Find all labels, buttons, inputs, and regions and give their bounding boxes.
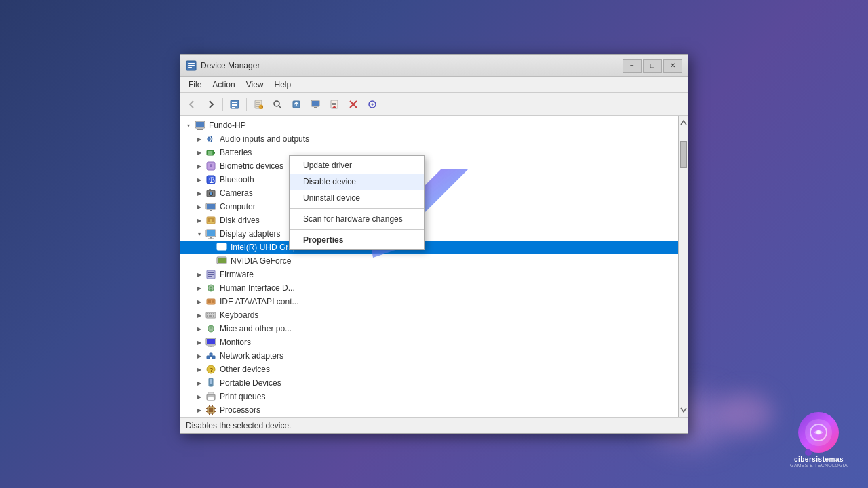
scan-button[interactable]: + — [363, 96, 381, 113]
tree-item-biometric[interactable]: ▶ Biometric devices — [180, 159, 678, 173]
tree-item-cameras[interactable]: ▶ Cameras — [180, 186, 678, 200]
expand-portable[interactable]: ▶ — [194, 378, 205, 388]
nvidia-icon — [216, 255, 228, 267]
tree-item-processors[interactable]: ▶ Processors — [180, 403, 678, 417]
expand-print[interactable]: ▶ — [194, 391, 205, 402]
tree-item-disk[interactable]: ▶ Disk drives — [180, 214, 678, 227]
svg-rect-24 — [332, 104, 336, 105]
svg-rect-64 — [208, 276, 212, 277]
monitors-label: Monitors — [220, 338, 251, 347]
expand-bluetooth[interactable]: ▶ — [194, 174, 205, 185]
svg-rect-104 — [209, 405, 210, 407]
tree-item-hid[interactable]: ▶ Human Interface D... — [180, 281, 678, 295]
display-icon — [205, 228, 217, 240]
ctx-uninstall-device[interactable]: Uninstall device — [290, 190, 424, 206]
ide-label: IDE ATA/ATAPI cont... — [220, 297, 298, 306]
tree-item-root[interactable]: ▾ Fundo-HP — [180, 119, 678, 132]
svg-rect-23 — [332, 103, 336, 104]
svg-rect-37 — [208, 151, 212, 155]
uninstall-button[interactable] — [344, 96, 362, 113]
tree-item-network[interactable]: ▶ Network adapters — [180, 349, 678, 363]
menu-file[interactable]: File — [183, 79, 207, 91]
expand-batteries[interactable]: ▶ — [194, 147, 205, 158]
svg-point-52 — [210, 219, 212, 222]
tree-item-mice[interactable]: ▶ Mice and other po... — [180, 322, 678, 336]
expand-processors[interactable]: ▶ — [194, 405, 205, 415]
battery-icon — [205, 146, 217, 159]
tree-item-bluetooth[interactable]: ▶ ℬ Bluetooth — [180, 173, 678, 186]
tree-item-intel[interactable]: Intel(R) UHD Graphics — [180, 241, 678, 254]
expand-hid[interactable]: ▶ — [194, 283, 205, 293]
expand-cameras[interactable]: ▶ — [194, 188, 205, 199]
processors-label: Processors — [220, 405, 260, 415]
svg-rect-34 — [208, 137, 210, 141]
display-label: Display adapters — [220, 229, 280, 239]
svg-rect-2 — [188, 65, 195, 66]
audio-label: Audio inputs and outputs — [220, 134, 309, 144]
audio-icon — [205, 133, 217, 145]
update-button[interactable] — [288, 96, 305, 113]
expand-network[interactable]: ▶ — [194, 350, 205, 361]
expand-firmware[interactable]: ▶ — [194, 269, 205, 280]
forward-button[interactable] — [202, 96, 220, 113]
expand-display[interactable]: ▾ — [194, 228, 205, 239]
ctx-disable-device[interactable]: Disable device — [290, 174, 424, 190]
tree-item-ide[interactable]: ▶ IDE ATA/ATAPI cont... — [180, 295, 678, 308]
monitor-button[interactable] — [307, 96, 324, 113]
status-text: Disables the selected device. — [186, 421, 291, 430]
ctx-properties[interactable]: Properties — [290, 232, 424, 248]
menu-help[interactable]: Help — [269, 79, 297, 91]
tree-item-display[interactable]: ▾ Display adapters — [180, 227, 678, 241]
ctx-update-driver[interactable]: Update driver — [290, 157, 424, 174]
expand-monitors[interactable]: ▶ — [194, 337, 205, 348]
menu-action[interactable]: Action — [207, 79, 240, 91]
svg-text:+: + — [371, 102, 374, 108]
svg-rect-48 — [210, 210, 212, 211]
tree-item-portable[interactable]: ▶ Portable Devices — [180, 376, 678, 390]
properties-button[interactable]: ⚙ — [250, 96, 267, 113]
tree-item-print[interactable]: ▶ Print queues — [180, 390, 678, 403]
device-tree[interactable]: ▾ Fundo-HP ▶ — [180, 116, 678, 417]
view-button[interactable] — [226, 96, 243, 113]
expand-root[interactable]: ▾ — [183, 120, 194, 131]
svg-rect-60 — [218, 258, 226, 263]
expand-ide[interactable]: ▶ — [194, 296, 205, 307]
cameras-label: Cameras — [220, 188, 253, 198]
tree-item-firmware[interactable]: ▶ Firmware — [180, 268, 678, 281]
monitors-icon — [205, 336, 217, 348]
svg-rect-106 — [209, 413, 210, 415]
expand-audio[interactable]: ▶ — [194, 134, 205, 144]
tree-item-keyboards[interactable]: ▶ Keyboards — [180, 308, 678, 322]
svg-rect-47 — [207, 204, 215, 209]
tree-item-other[interactable]: ▶ ? Other devices — [180, 363, 678, 376]
scrollbar-thumb[interactable] — [680, 141, 687, 168]
driver-button[interactable] — [326, 96, 343, 113]
svg-rect-54 — [207, 230, 215, 236]
scrollbar[interactable] — [678, 116, 688, 417]
ctx-scan-changes[interactable]: Scan for hardware changes — [290, 211, 424, 227]
expand-other[interactable]: ▶ — [194, 364, 205, 375]
processor-icon — [205, 404, 217, 416]
expand-disk[interactable]: ▶ — [194, 215, 205, 226]
cibersistemas-logo: cibersistemas GAMES E TECNOLOGIA — [790, 412, 848, 468]
back-button[interactable] — [183, 96, 201, 113]
search-button[interactable] — [269, 96, 286, 113]
expand-computer[interactable]: ▶ — [194, 201, 205, 212]
tree-item-batteries[interactable]: ▶ Batteries — [180, 146, 678, 159]
svg-point-39 — [210, 164, 212, 167]
hid-label: Human Interface D... — [220, 283, 295, 293]
minimize-button[interactable]: − — [623, 59, 642, 73]
maximize-button[interactable]: □ — [643, 59, 662, 73]
expand-biometric[interactable]: ▶ — [194, 161, 205, 171]
tree-item-audio[interactable]: ▶ Audio inputs and outputs — [180, 132, 678, 146]
tree-item-computer[interactable]: ▶ Computer — [180, 200, 678, 214]
menu-view[interactable]: View — [241, 79, 269, 91]
biometric-label: Biometric devices — [220, 161, 283, 171]
batteries-label: Batteries — [220, 148, 252, 157]
svg-text:⚙: ⚙ — [260, 105, 264, 109]
close-button[interactable]: ✕ — [663, 59, 682, 73]
tree-item-monitors[interactable]: ▶ Monitors — [180, 336, 678, 349]
expand-mice[interactable]: ▶ — [194, 323, 205, 334]
expand-keyboards[interactable]: ▶ — [194, 310, 205, 321]
tree-item-nvidia[interactable]: NVIDIA GeForce — [180, 254, 678, 268]
